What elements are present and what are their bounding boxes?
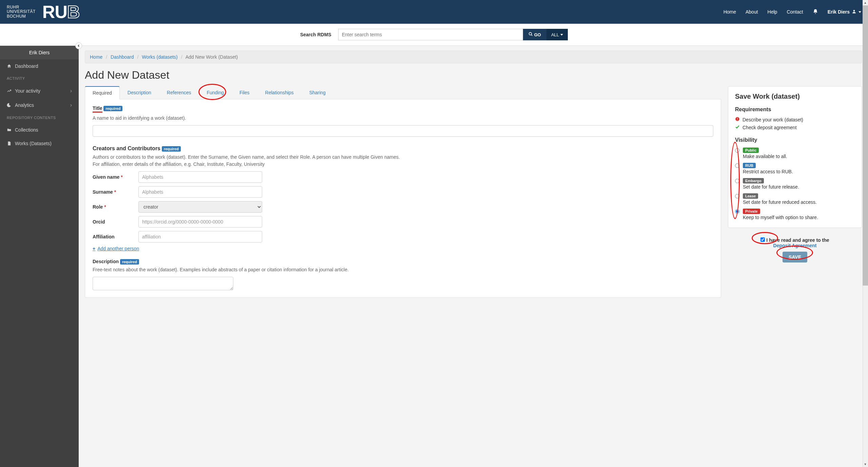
sidebar-collapse-toggle[interactable]	[75, 42, 82, 49]
affiliation-label: Affiliation	[93, 234, 138, 239]
vis-desc-embargo: Set date for future release.	[743, 184, 855, 190]
vis-option-rub[interactable]: RUB Restrict access to RUB.	[735, 162, 855, 174]
affiliation-row: Affiliation	[93, 231, 713, 242]
vis-radio-private[interactable]	[735, 209, 739, 214]
nav-help[interactable]: Help	[768, 9, 777, 15]
vis-option-embargo[interactable]: Embargo Set date for future release.	[735, 178, 855, 190]
given-name-input[interactable]	[138, 171, 262, 183]
file-icon	[7, 141, 15, 146]
scroll-up-arrow[interactable]: ▲	[863, 0, 868, 5]
role-label: Role *	[93, 204, 138, 210]
creators-help1: Authors or contributors to the work (dat…	[93, 154, 713, 161]
breadcrumb-sep: /	[137, 54, 138, 60]
breadcrumb-works[interactable]: Works (datasets)	[142, 54, 178, 60]
vis-radio-public[interactable]	[735, 148, 739, 153]
vis-option-lease[interactable]: Lease Set date for future reduced access…	[735, 193, 855, 205]
search-icon	[528, 32, 533, 37]
sidebar-item-works[interactable]: Works (Datasets)	[0, 137, 79, 150]
visibility-heading: Visibility	[735, 137, 855, 143]
vis-radio-embargo[interactable]	[735, 179, 739, 183]
vis-badge-public: Public	[743, 148, 759, 153]
scrollbar-thumb[interactable]	[863, 5, 868, 286]
deposit-agreement-link[interactable]: Deposit Agreement	[773, 243, 817, 248]
affiliation-input[interactable]	[138, 231, 262, 242]
add-person-link[interactable]: + Add another person	[93, 246, 139, 251]
all-label: ALL	[551, 32, 559, 37]
vis-radio-lease[interactable]	[735, 194, 739, 198]
scrollbar[interactable]: ▲ ▼	[863, 0, 868, 467]
uni-line2: UNIVERSITÄT	[7, 9, 36, 14]
sidebar-activity-heading: ACTIVITY	[0, 73, 79, 84]
surname-label: Surname *	[93, 189, 138, 195]
title-label: Title	[93, 105, 102, 113]
vis-badge-lease: Lease	[743, 193, 758, 199]
go-button[interactable]: GO	[523, 29, 546, 40]
plus-icon: +	[93, 246, 95, 251]
nav-home[interactable]: Home	[724, 9, 736, 15]
description-group: Description required Free-text notes abo…	[93, 259, 713, 291]
sidebar-item-dashboard[interactable]: Dashboard	[0, 59, 79, 73]
title-group: Title required A name to aid in identify…	[93, 105, 713, 137]
role-select[interactable]: creator	[138, 201, 262, 213]
description-label: Description	[93, 259, 119, 264]
check-icon	[735, 124, 740, 130]
svg-point-1	[529, 33, 532, 35]
agreement-checkbox[interactable]	[760, 237, 765, 242]
sidebar-item-analytics[interactable]: Analytics ›	[0, 98, 79, 112]
title-input[interactable]	[93, 125, 713, 137]
surname-input[interactable]	[138, 186, 262, 198]
required-badge: required	[162, 146, 181, 152]
breadcrumb-dashboard[interactable]: Dashboard	[111, 54, 134, 60]
save-work-panel: Save Work (dataset) Requirements Describ…	[728, 86, 862, 228]
description-textarea[interactable]	[93, 277, 233, 290]
tab-references[interactable]: References	[159, 86, 199, 99]
vis-desc-rub: Restrict access to RUB.	[743, 169, 855, 174]
rub-b: B	[67, 2, 80, 22]
vis-badge-private: Private	[743, 209, 760, 214]
required-badge: required	[103, 106, 122, 111]
sidebar-header: Erik Diers	[0, 46, 79, 59]
orcid-row: Orcid	[93, 216, 713, 228]
user-dropdown[interactable]: Erik Diers	[828, 9, 861, 15]
sidebar-dashboard-label: Dashboard	[15, 63, 38, 69]
warn-icon	[735, 117, 740, 122]
nav-about[interactable]: About	[746, 9, 758, 15]
orcid-input[interactable]	[138, 216, 262, 228]
vis-radio-rub[interactable]	[735, 163, 739, 168]
scroll-down-arrow[interactable]: ▼	[863, 462, 868, 467]
requirement-deposit: Check deposit agreement	[735, 124, 855, 130]
sidebar-item-your-activity[interactable]: Your activity ›	[0, 84, 79, 98]
tab-sharing[interactable]: Sharing	[302, 86, 333, 99]
agreement-label: I have read and agree to the Deposit Agr…	[766, 237, 829, 248]
search-input[interactable]	[338, 29, 523, 40]
all-button[interactable]: ALL	[546, 29, 568, 40]
tab-description[interactable]: Description	[120, 86, 159, 99]
sidebar-item-collections[interactable]: Collections	[0, 123, 79, 137]
save-button[interactable]: SAVE	[783, 252, 807, 262]
orcid-label: Orcid	[93, 219, 138, 225]
add-person-label: Add another person	[97, 246, 139, 251]
nav-contact[interactable]: Contact	[787, 9, 803, 15]
role-row: Role * creator	[93, 201, 713, 213]
vis-desc-public: Make available to all.	[743, 154, 855, 159]
creators-help2: For affiliation, enter details of the af…	[93, 161, 713, 168]
save-work-heading: Save Work (dataset)	[735, 93, 855, 100]
caret-down-icon	[859, 11, 861, 13]
bell-icon[interactable]	[813, 9, 818, 15]
rub-logo: RUB	[42, 2, 80, 22]
go-label: GO	[534, 32, 541, 37]
caret-down-icon	[560, 34, 563, 36]
tab-required[interactable]: Required	[85, 86, 120, 99]
vis-option-public[interactable]: Public Make available to all.	[735, 147, 855, 159]
breadcrumb-home[interactable]: Home	[90, 54, 102, 60]
form-panel: Title required A name to aid in identify…	[85, 99, 721, 298]
vis-option-private[interactable]: Private Keep to myself with option to sh…	[735, 208, 855, 220]
sidebar: Erik Diers Dashboard ACTIVITY Your activ…	[0, 46, 79, 467]
req1-label: Describe your work (dataset)	[742, 117, 803, 122]
tab-funding[interactable]: Funding	[199, 86, 232, 99]
tab-files[interactable]: Files	[232, 86, 257, 99]
rub-u: U	[55, 2, 67, 22]
sidebar-works-label: Works (Datasets)	[15, 141, 52, 146]
tab-relationships[interactable]: Relationships	[257, 86, 302, 99]
vis-desc-private: Keep to myself with option to share.	[743, 215, 855, 220]
